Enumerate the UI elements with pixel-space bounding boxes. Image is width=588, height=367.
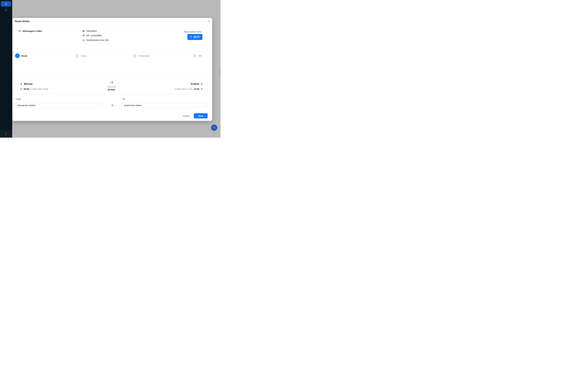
company-name-row: Twelvedevs: [82, 30, 97, 32]
company-address: Ostrobramska 101A / 301: [86, 39, 109, 41]
to-select[interactable]: Kraków Bus Station: [121, 103, 208, 108]
origin-time: 06:50: [24, 88, 29, 90]
step-2-circle[interactable]: 2: [75, 53, 79, 58]
travel-time-block: Travel time 3h 50m: [97, 81, 126, 91]
chevron-down-icon: [98, 104, 100, 106]
map-pin-icon: [20, 83, 23, 85]
company-nip: NIP: 1133153683: [86, 34, 102, 37]
bus-icon: [18, 30, 21, 32]
step-number: 3: [134, 55, 136, 57]
step-connector: [91, 56, 130, 56]
house-icon: [82, 39, 85, 41]
origin-city: Warsaw: [24, 83, 33, 85]
required-asterisk: *: [15, 98, 16, 100]
reservation-time-label: Reservation time:: [156, 31, 202, 33]
arrow-right-icon: [109, 81, 113, 84]
destination-time-row: 14 May 2025, 10:40 10:40: [175, 88, 203, 90]
destination-row: Kraków: [191, 83, 203, 85]
step-3-label: Passengers: [139, 55, 150, 57]
clock-icon: [20, 88, 22, 90]
map-pin-icon: [200, 83, 203, 85]
vehicle-row: Volkswagen Crafter: [18, 30, 42, 32]
next-button[interactable]: Next: [194, 113, 208, 118]
step-connector: [155, 56, 190, 56]
step-1-label: Route: [21, 55, 27, 57]
step-number: 1: [17, 55, 18, 57]
step-3-circle[interactable]: 3: [133, 53, 137, 58]
route-summary-card: Warsaw 06:50 14 May 2025, 06:50 Travel t…: [15, 76, 208, 94]
company-name: Twelvedevs: [86, 30, 97, 32]
company-nip-row: NIP: 1133153683: [82, 34, 102, 37]
reservation-timer: 29:37: [193, 35, 200, 38]
step-2-label: Seats: [81, 55, 86, 57]
required-asterisk: *: [121, 98, 122, 100]
step-connector: [34, 56, 72, 56]
travel-time-label: Travel time: [97, 86, 126, 88]
step-1-circle[interactable]: 1: [15, 53, 20, 58]
step-number: 2: [76, 55, 78, 57]
refresh-icon: [190, 36, 192, 38]
from-select-value: Warsaw Bus Station: [17, 104, 36, 107]
to-label: *To: [121, 98, 125, 100]
origin-time-row: 06:50 14 May 2025, 06:50: [20, 88, 48, 90]
destination-date: 14 May 2025, 10:40: [175, 88, 192, 90]
step-number: 4: [194, 55, 195, 57]
destination-city: Kraków: [191, 83, 199, 85]
step-4-circle[interactable]: 4: [192, 53, 197, 58]
to-select-value: Kraków Bus Station: [124, 104, 142, 107]
id-card-icon: [82, 34, 85, 37]
vehicle-name: Volkswagen Crafter: [22, 30, 42, 32]
divider: [12, 25, 212, 25]
chevron-down-icon: [204, 104, 206, 106]
arrow-right-icon: [111, 104, 114, 107]
travel-time-value: 3h 50m: [97, 88, 126, 91]
origin-date: 14 May 2025, 06:50: [30, 88, 48, 90]
clock-icon: [200, 88, 203, 90]
from-label: *From: [15, 98, 21, 100]
origin-row: Warsaw: [20, 83, 33, 85]
app-root: Segments warsaw Warsaw - Kraków Warsaw -…: [0, 0, 221, 138]
cancel-button[interactable]: Cancel: [180, 113, 192, 118]
route-details-modal: Route Details Volkswagen Crafter Twelved…: [12, 18, 212, 121]
company-address-row: Ostrobramska 101A / 301: [82, 39, 109, 41]
reservation-timer-button[interactable]: 29:37: [187, 34, 202, 40]
from-select[interactable]: Warsaw Bus Station: [15, 103, 102, 108]
destination-time: 10:40: [194, 88, 199, 90]
step-4-label: Bill: [199, 55, 201, 57]
bank-icon: [82, 30, 85, 32]
modal-title: Route Details: [15, 20, 30, 23]
close-icon[interactable]: [207, 20, 210, 23]
